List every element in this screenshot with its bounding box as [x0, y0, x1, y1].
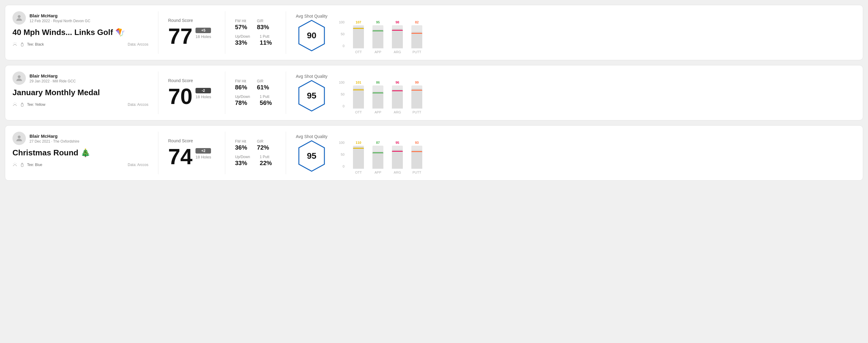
- user-info-1: Blair McHarg 29 Jan 2022 · Mill Ride GCC: [30, 73, 76, 83]
- quality-label-0: Avg Shot Quality: [296, 14, 328, 19]
- bar-app: [372, 86, 383, 108]
- score-main-0: 77 +5 18 Holes: [168, 25, 215, 47]
- stats-row-top-1: FW Hit 86% GIR 61%: [235, 79, 276, 91]
- gir-stat-2: GIR 72%: [257, 139, 269, 151]
- quality-label-1: Avg Shot Quality: [296, 74, 328, 79]
- score-diff-badge-0: +5: [195, 28, 211, 33]
- score-main-2: 74 +2 18 Holes: [168, 146, 215, 167]
- chart-col-app: 87 APP: [372, 141, 383, 174]
- updown-stat-1: Up/Down 78%: [235, 95, 250, 106]
- gir-stat-0: GIR 83%: [257, 19, 269, 31]
- bar-putt: [411, 146, 422, 169]
- round-card-1: Blair McHarg 29 Jan 2022 · Mill Ride GCC…: [5, 65, 863, 120]
- hex-score-2: 95: [307, 151, 316, 161]
- score-holes-2: 18 Holes: [195, 155, 211, 159]
- score-diff-badge-2: +2: [195, 148, 211, 154]
- round-card-0: Blair McHarg 12 Feb 2022 · Royal North D…: [5, 5, 863, 60]
- updown-stat-0: Up/Down 33%: [235, 34, 250, 46]
- score-main-1: 70 -2 18 Holes: [168, 86, 215, 107]
- svg-point-4: [18, 136, 20, 138]
- avatar-1: [12, 71, 26, 85]
- weather-icon: [12, 102, 17, 107]
- score-label-1: Round Score: [168, 78, 215, 83]
- left-section-1: Blair McHarg 29 Jan 2022 · Mill Ride GCC…: [12, 71, 158, 114]
- gir-stat-1: GIR 61%: [257, 79, 269, 91]
- fw-hit-stat-0: FW Hit 57%: [235, 19, 247, 31]
- chart-col-app: 95 APP: [372, 20, 383, 54]
- date-course-2: 27 Dec 2021 · The Oxfordshire: [30, 139, 79, 144]
- hexagon-container-0: Avg Shot Quality 90: [296, 14, 328, 52]
- chart-col-arg: 96 ARG: [392, 81, 403, 114]
- hexagon-2: 95: [298, 140, 325, 172]
- left-section-2: Blair McHarg 27 Dec 2021 · The Oxfordshi…: [12, 132, 158, 174]
- chart-col-putt: 93 PUTT: [411, 141, 422, 174]
- score-label-0: Round Score: [168, 18, 215, 23]
- score-section-0: Round Score 77 +5 18 Holes: [158, 11, 225, 54]
- user-row-1: Blair McHarg 29 Jan 2022 · Mill Ride GCC: [12, 71, 148, 85]
- score-label-2: Round Score: [168, 138, 215, 143]
- fw-hit-stat-2: FW Hit 36%: [235, 139, 247, 151]
- tee-info-0: Tee: Black: [12, 42, 44, 47]
- oneputt-stat-1: 1 Putt 56%: [260, 95, 272, 106]
- date-course-0: 12 Feb 2022 · Royal North Devon GC: [30, 19, 90, 23]
- hexagon-container-2: Avg Shot Quality 95: [296, 134, 328, 172]
- score-number-0: 77: [168, 25, 192, 47]
- tee-label-2: Tee: Blue: [27, 163, 42, 167]
- round-card-2: Blair McHarg 27 Dec 2021 · The Oxfordshi…: [5, 125, 863, 181]
- user-row-2: Blair McHarg 27 Dec 2021 · The Oxfordshi…: [12, 132, 148, 145]
- stats-row-top-0: FW Hit 57% GIR 83%: [235, 19, 276, 31]
- stats-section-2: FW Hit 36% GIR 72% Up/Down 33% 1 Putt 22…: [225, 132, 286, 174]
- data-source-0: Data: Arccos: [128, 42, 148, 46]
- quality-section-0: Avg Shot Quality 90 100 50 0 107 OTT: [286, 11, 856, 54]
- hex-score-1: 95: [307, 91, 316, 101]
- data-source-2: Data: Arccos: [128, 163, 148, 167]
- avatar-0: [12, 11, 26, 25]
- user-name-2: Blair McHarg: [30, 133, 79, 139]
- hexagon-container-1: Avg Shot Quality 95: [296, 74, 328, 112]
- chart-col-putt: 82 PUTT: [411, 20, 422, 54]
- fw-hit-stat-1: FW Hit 86%: [235, 79, 247, 91]
- tee-row-1: Tee: Yellow Data: Arccos: [12, 102, 148, 107]
- weather-icon: [12, 162, 17, 167]
- round-title-0[interactable]: 40 Mph Winds... Links Golf 🪁: [12, 28, 148, 37]
- chart-col-app: 86 APP: [372, 81, 383, 114]
- hexagon-0: 90: [298, 20, 325, 52]
- quality-section-1: Avg Shot Quality 95 100 50 0 101 OTT: [286, 71, 856, 114]
- svg-point-2: [18, 75, 20, 78]
- score-holes-1: 18 Holes: [195, 95, 211, 99]
- stats-row-bot-0: Up/Down 33% 1 Putt 11%: [235, 34, 276, 46]
- chart-col-arg: 98 ARG: [392, 20, 403, 54]
- oneputt-stat-0: 1 Putt 11%: [260, 34, 272, 46]
- bar-app: [372, 25, 383, 48]
- quality-label-2: Avg Shot Quality: [296, 134, 328, 139]
- tee-label-0: Tee: Black: [27, 42, 44, 46]
- tee-row-0: Tee: Black Data: Arccos: [12, 42, 148, 47]
- user-info-0: Blair McHarg 12 Feb 2022 · Royal North D…: [30, 13, 90, 23]
- score-diff-badge-1: -2: [195, 88, 211, 93]
- stats-section-1: FW Hit 86% GIR 61% Up/Down 78% 1 Putt 56…: [225, 71, 286, 114]
- hexagon-1: 95: [298, 80, 325, 112]
- score-section-2: Round Score 74 +2 18 Holes: [158, 132, 225, 174]
- left-section-0: Blair McHarg 12 Feb 2022 · Royal North D…: [12, 11, 158, 54]
- round-title-1[interactable]: January Monthly Medal: [12, 88, 148, 97]
- bar-ott: [353, 25, 364, 48]
- tee-label-1: Tee: Yellow: [27, 102, 45, 107]
- stats-row-top-2: FW Hit 36% GIR 72%: [235, 139, 276, 151]
- bar-arg: [392, 146, 403, 169]
- score-badge-holes-0: +5 18 Holes: [195, 28, 211, 39]
- score-number-1: 70: [168, 86, 192, 107]
- oneputt-stat-2: 1 Putt 22%: [260, 155, 272, 167]
- bar-arg: [392, 25, 403, 48]
- bar-arg: [392, 86, 403, 108]
- hex-score-0: 90: [307, 31, 316, 40]
- svg-rect-5: [21, 164, 23, 167]
- stats-row-bot-2: Up/Down 33% 1 Putt 22%: [235, 155, 276, 167]
- golf-bag-icon: [20, 102, 25, 107]
- score-holes-0: 18 Holes: [195, 34, 211, 39]
- user-info-2: Blair McHarg 27 Dec 2021 · The Oxfordshi…: [30, 133, 79, 144]
- quality-section-2: Avg Shot Quality 95 100 50 0 110 OTT: [286, 132, 856, 174]
- bar-ott: [353, 86, 364, 108]
- updown-stat-2: Up/Down 33%: [235, 155, 250, 167]
- score-number-2: 74: [168, 146, 192, 167]
- round-title-2[interactable]: Christmas Round 🎄: [12, 148, 148, 157]
